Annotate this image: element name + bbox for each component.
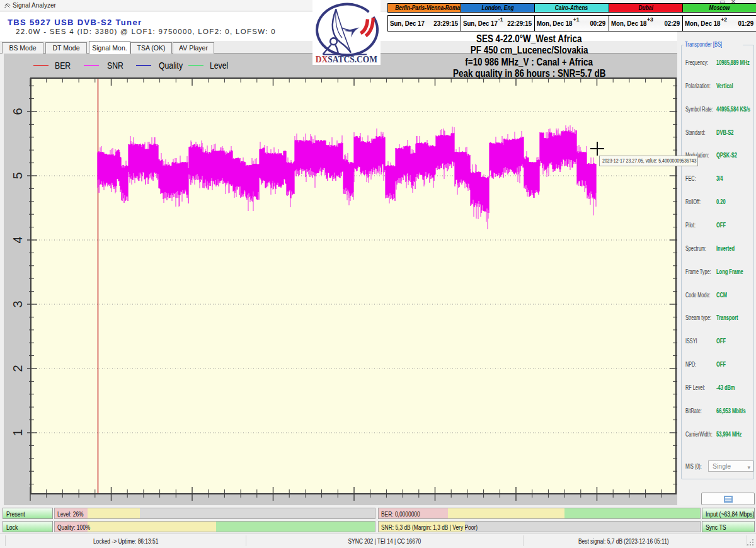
svg-text:1: 1 [11,429,25,436]
svg-text:4: 4 [11,236,25,243]
svg-text:5: 5 [11,172,25,179]
svg-text:2: 2 [11,365,25,372]
svg-text:6: 6 [11,108,25,115]
svg-text:3: 3 [11,300,25,307]
